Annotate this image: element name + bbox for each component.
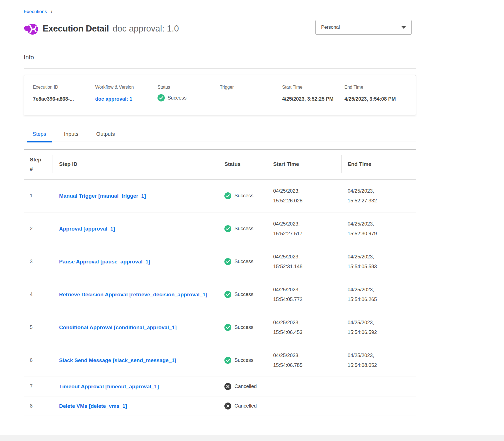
workspace-selector[interactable]: Personal — [315, 20, 412, 35]
info-label: Trigger — [220, 85, 279, 90]
start-time-cell: 04/25/2023,15:52:31.148 — [267, 252, 341, 272]
end-time: 15:54:05.583 — [348, 262, 416, 272]
steps-table-header: Step # Step ID Status Start Time End Tim… — [24, 149, 416, 180]
end-time: 15:52:27.332 — [348, 196, 416, 206]
status-label: Cancelled — [234, 403, 257, 409]
end-time: 15:54:06.265 — [348, 295, 416, 304]
success-icon — [224, 291, 231, 298]
info-label: Start Time — [282, 85, 341, 90]
step-id-cell: Conditional Approval [conditional_approv… — [52, 323, 218, 332]
step-id-link[interactable]: Slack Send Message [slack_send_message_1… — [59, 356, 185, 365]
step-id-cell: Timeout Approval [timeout_approval_1] — [52, 382, 218, 391]
tab-steps[interactable]: Steps — [27, 131, 52, 142]
workflow-version-link[interactable]: doc approval: 1 — [95, 94, 132, 104]
start-time-value: 4/25/2023, 3:52:25 PM — [282, 94, 334, 104]
column-header-step-id: Step ID — [52, 150, 218, 179]
chevron-down-icon — [401, 26, 406, 29]
success-icon — [158, 94, 165, 101]
step-id-link[interactable]: Manual Trigger [manual_trigger_1] — [59, 191, 154, 201]
title-row: Execution Detail doc approval: 1.0 Perso… — [24, 21, 416, 36]
step-id-link[interactable]: Pause Approval [pause_approval_1] — [59, 257, 159, 266]
step-id-cell: Slack Send Message [slack_send_message_1… — [52, 356, 218, 365]
info-field-execution-id: Execution ID 7e8ac396-a868-... — [33, 85, 95, 105]
status-label: Success — [234, 193, 253, 199]
step-id-cell: Pause Approval [pause_approval_1] — [52, 257, 218, 266]
status-label: Success — [234, 324, 253, 330]
step-id-link[interactable]: Delete VMs [delete_vms_1] — [59, 401, 135, 411]
column-header-status: Status — [218, 150, 267, 179]
breadcrumb-executions-link[interactable]: Executions — [24, 9, 47, 14]
start-time: 15:54:06.453 — [273, 328, 341, 337]
status-cell: Cancelled — [218, 383, 267, 390]
start-date: 04/25/2023, — [273, 351, 341, 360]
table-row: 1Manual Trigger [manual_trigger_1]Succes… — [24, 180, 416, 212]
step-id-link[interactable]: Conditional Approval [conditional_approv… — [59, 323, 185, 332]
start-date: 04/25/2023, — [273, 318, 341, 328]
end-date: 04/25/2023, — [348, 252, 416, 262]
page-subtitle: doc approval: 1.0 — [113, 24, 179, 34]
table-row: 4Retrieve Decision Approval [retrieve_de… — [24, 278, 416, 311]
step-id-link[interactable]: Retrieve Decision Approval [retrieve_dec… — [59, 290, 216, 299]
end-time-cell: 04/25/2023,15:54:08.052 — [341, 351, 416, 370]
status-cell: Success — [218, 192, 267, 199]
status-cell: Success — [218, 258, 267, 265]
info-label: Status — [158, 85, 217, 90]
success-icon — [224, 357, 231, 364]
start-time: 15:52:27.517 — [273, 229, 341, 239]
info-field-end-time: End Time 4/25/2023, 3:54:08 PM — [345, 85, 407, 105]
step-id-cell: Manual Trigger [manual_trigger_1] — [52, 191, 218, 201]
end-time-cell: 04/25/2023,15:52:30.979 — [341, 219, 416, 239]
success-icon — [224, 258, 231, 265]
step-number: 2 — [24, 226, 52, 232]
end-time: 15:54:06.592 — [348, 328, 416, 337]
tab-inputs[interactable]: Inputs — [59, 131, 84, 142]
start-date: 04/25/2023, — [273, 186, 341, 196]
end-time-value: 4/25/2023, 3:54:08 PM — [345, 94, 396, 104]
status-cell: Success — [218, 225, 267, 232]
start-time-cell: 04/25/2023,15:54:06.785 — [267, 351, 341, 370]
step-id-link[interactable]: Timeout Approval [timeout_approval_1] — [59, 382, 167, 391]
steps-table-body: 1Manual Trigger [manual_trigger_1]Succes… — [24, 180, 416, 416]
start-date: 04/25/2023, — [273, 252, 341, 262]
start-date: 04/25/2023, — [273, 285, 341, 295]
step-number: 8 — [24, 403, 52, 409]
step-number: 7 — [24, 384, 52, 389]
steps-table: Step # Step ID Status Start Time End Tim… — [24, 149, 416, 416]
workflow-brand-icon — [24, 21, 38, 36]
info-label: Execution ID — [33, 85, 92, 90]
info-field-trigger: Trigger — [220, 85, 282, 105]
column-header-end-time: End Time — [341, 150, 416, 179]
start-time: 15:54:05.772 — [273, 295, 341, 304]
end-time-cell: 04/25/2023,15:54:06.592 — [341, 318, 416, 337]
status-label: Success — [234, 357, 253, 363]
status-cell: Success — [218, 357, 267, 364]
workspace-selector-value: Personal — [321, 25, 340, 30]
status-label: Cancelled — [234, 384, 257, 389]
detail-tabs: Steps Inputs Outputs — [24, 131, 416, 142]
execution-info-card: Execution ID 7e8ac396-a868-... Workflow … — [24, 75, 416, 115]
start-time: 15:52:31.148 — [273, 262, 341, 272]
status-label: Success — [234, 292, 253, 297]
end-time-cell: 04/25/2023,15:52:27.332 — [341, 186, 416, 206]
tab-outputs[interactable]: Outputs — [91, 131, 120, 142]
title-divider — [24, 42, 416, 42]
end-date: 04/25/2023, — [348, 351, 416, 360]
start-time-cell: 04/25/2023,15:54:05.772 — [267, 285, 341, 304]
step-id-cell: Retrieve Decision Approval [retrieve_dec… — [52, 290, 218, 299]
start-time-cell: 04/25/2023,15:52:27.517 — [267, 219, 341, 239]
end-time-cell: 04/25/2023,15:54:06.265 — [341, 285, 416, 304]
end-time-cell: 04/25/2023,15:54:05.583 — [341, 252, 416, 272]
step-id-link[interactable]: Approval [approval_1] — [59, 224, 123, 234]
table-row: 8Delete VMs [delete_vms_1]Cancelled — [24, 396, 416, 416]
start-date: 04/25/2023, — [273, 219, 341, 229]
step-number: 3 — [24, 259, 52, 265]
cancelled-icon — [224, 383, 231, 390]
end-time: 15:52:30.979 — [348, 229, 416, 239]
status-cell: Success — [218, 324, 267, 331]
status-label: Success — [168, 95, 186, 101]
success-icon — [224, 225, 231, 232]
column-header-start-time: Start Time — [267, 150, 341, 179]
table-row: 5Conditional Approval [conditional_appro… — [24, 311, 416, 344]
info-heading: Info — [24, 54, 416, 61]
status-label: Success — [234, 226, 253, 232]
